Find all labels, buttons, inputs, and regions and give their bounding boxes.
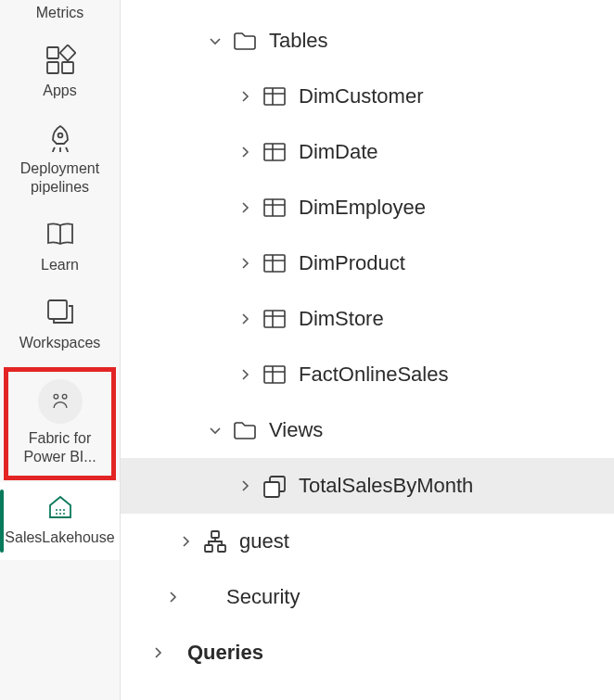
chevron-right-icon [232, 478, 258, 493]
nav-label: Apps [43, 82, 76, 100]
svg-rect-1 [47, 62, 58, 73]
explorer-tree: Tables DimCustomer DimDate DimEmployee D… [121, 0, 614, 700]
table-icon [258, 139, 291, 165]
svg-rect-15 [264, 144, 285, 160]
chevron-right-icon [145, 645, 171, 660]
table-icon [258, 306, 291, 332]
node-label: DimProduct [299, 251, 405, 275]
nav-label: Workspaces [19, 334, 101, 352]
svg-rect-5 [48, 300, 67, 319]
node-label: DimDate [299, 140, 378, 164]
nav-apps[interactable]: Apps [0, 35, 120, 113]
nav-metrics[interactable]: Metrics [0, 4, 120, 35]
schema-icon [198, 528, 232, 554]
svg-point-13 [63, 513, 65, 515]
nav-label: Learn [41, 256, 79, 274]
node-label: Security [226, 585, 300, 609]
node-label: FactOnlineSales [299, 363, 448, 387]
tree-node-queries[interactable]: Queries [121, 625, 614, 681]
chevron-right-icon [232, 256, 258, 271]
rocket-icon [45, 122, 76, 154]
nav-label: SalesLakehouse [5, 528, 114, 547]
tree-node-table[interactable]: FactOnlineSales [121, 347, 614, 402]
tree-node-table[interactable]: DimProduct [121, 235, 614, 291]
folder-icon [228, 28, 262, 54]
svg-rect-24 [218, 545, 225, 552]
nav-learn[interactable]: Learn [0, 210, 120, 287]
chevron-right-icon [232, 367, 258, 382]
svg-point-7 [62, 394, 67, 399]
folder-icon [228, 417, 262, 443]
chevron-down-icon [202, 33, 228, 48]
node-label: guest [239, 529, 289, 554]
table-icon [258, 195, 291, 221]
view-icon [258, 473, 291, 499]
chevron-down-icon [202, 423, 228, 438]
tree-node-table[interactable]: DimStore [121, 291, 614, 347]
workspaces-icon [45, 297, 76, 328]
chevron-right-icon [232, 312, 258, 326]
svg-point-11 [56, 513, 58, 515]
tree-node-table[interactable]: DimCustomer [121, 69, 614, 124]
svg-rect-21 [264, 482, 279, 497]
node-label: DimCustomer [299, 84, 423, 108]
svg-rect-2 [62, 62, 73, 73]
svg-point-12 [59, 513, 61, 515]
chevron-right-icon [173, 534, 198, 549]
tree-node-table[interactable]: DimEmployee [121, 180, 614, 235]
node-label: Tables [269, 29, 328, 53]
svg-point-10 [63, 509, 65, 511]
svg-point-6 [54, 394, 58, 399]
svg-rect-0 [47, 47, 58, 58]
tree-node-views[interactable]: Views [121, 402, 614, 458]
chevron-right-icon [232, 89, 258, 104]
table-icon [258, 83, 291, 109]
nav-deployment-pipelines[interactable]: Deployment pipelines [0, 113, 120, 210]
node-label: TotalSalesByMonth [299, 474, 473, 498]
tree-node-security[interactable]: Security [121, 569, 614, 625]
svg-rect-22 [211, 531, 219, 538]
node-label: DimEmployee [299, 196, 426, 220]
table-icon [258, 362, 291, 388]
svg-rect-17 [264, 255, 285, 272]
tree-node-tables[interactable]: Tables [121, 13, 614, 69]
svg-point-4 [58, 134, 62, 138]
nav-workspaces[interactable]: Workspaces [0, 287, 120, 365]
left-nav-rail: Metrics Apps Deployment pipelines [0, 0, 121, 700]
nav-label: Deployment pipelines [6, 159, 114, 197]
node-label: DimStore [299, 307, 384, 331]
svg-rect-23 [205, 545, 212, 552]
lakehouse-icon [45, 491, 76, 523]
svg-rect-19 [264, 366, 285, 383]
chevron-right-icon [160, 590, 185, 605]
node-label: Views [269, 418, 323, 442]
nav-saleslakehouse[interactable]: SalesLakehouse [0, 482, 120, 560]
svg-rect-18 [264, 311, 285, 327]
chevron-right-icon [232, 145, 258, 159]
fabric-icon [38, 379, 83, 424]
svg-point-9 [59, 509, 61, 511]
svg-rect-14 [264, 88, 285, 105]
tree-node-guest[interactable]: guest [121, 514, 614, 569]
nav-label: Metrics [36, 4, 84, 22]
table-icon [258, 250, 291, 276]
svg-rect-16 [264, 199, 285, 216]
svg-point-8 [56, 509, 58, 511]
chevron-right-icon [232, 200, 258, 215]
svg-rect-3 [59, 45, 75, 61]
nav-label: Fabric for Power BI... [10, 429, 109, 466]
tree-node-table[interactable]: DimDate [121, 124, 614, 180]
node-label: Queries [187, 641, 263, 665]
apps-icon [45, 45, 76, 76]
tree-node-view-totalsales[interactable]: TotalSalesByMonth [121, 458, 614, 514]
nav-fabric-workspace[interactable]: Fabric for Power BI... [4, 367, 116, 480]
book-icon [45, 219, 76, 250]
